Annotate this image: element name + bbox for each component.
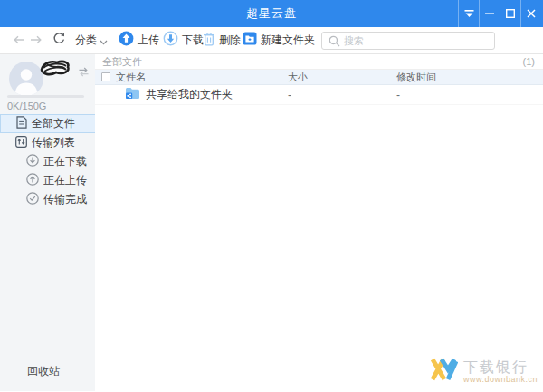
delete-button[interactable]: 删除 — [203, 27, 241, 53]
sidebar-item-label: 全部文件 — [32, 116, 75, 131]
upload-button[interactable]: 上传 — [119, 27, 159, 53]
sidebar-item-label: 正在上传 — [43, 173, 87, 188]
upload-label: 上传 — [138, 33, 159, 48]
new-folder-button[interactable]: 新建文件夹 — [243, 27, 315, 53]
skin-menu-icon — [464, 5, 474, 22]
shared-folder-icon — [125, 87, 140, 102]
search-icon — [329, 35, 340, 47]
upload-icon — [119, 31, 134, 50]
search-box — [321, 32, 495, 50]
column-header-modified: 修改时间 — [394, 71, 543, 84]
close-button[interactable] — [520, 0, 541, 27]
downbank-logo-icon — [431, 357, 458, 386]
trash-icon — [203, 32, 215, 50]
forward-icon — [30, 33, 43, 49]
refresh-icon — [52, 32, 66, 49]
category-dropdown[interactable]: 分类 — [75, 27, 108, 53]
chevron-down-icon — [100, 33, 108, 49]
back-button[interactable] — [13, 27, 25, 53]
titlebar: 超星云盘 — [0, 0, 543, 27]
download-button[interactable]: 下载 — [163, 27, 204, 53]
sidebar: 0K/150G 全部文件 传输列表 正在下载 — [0, 54, 95, 391]
storage-usage: 0K/150G — [7, 100, 46, 111]
delete-label: 删除 — [219, 33, 241, 48]
sidebar-item-recycle-bin[interactable]: 回收站 — [27, 364, 60, 379]
window-controls — [458, 0, 541, 27]
maximize-button[interactable] — [500, 0, 520, 27]
document-icon — [16, 116, 27, 131]
skin-menu-button[interactable] — [458, 0, 479, 27]
breadcrumb-bar: 全部文件 (1) — [95, 54, 543, 70]
file-size: - — [285, 89, 394, 101]
transfer-list-icon — [15, 136, 27, 150]
file-modified: - — [394, 89, 543, 101]
file-name: 共享给我的文件夹 — [146, 87, 233, 102]
sidebar-item-transfer-list[interactable]: 传输列表 — [0, 133, 95, 152]
app-window: 超星云盘 — [0, 0, 543, 392]
sidebar-item-label: 正在下载 — [43, 154, 87, 169]
download-label: 下载 — [182, 33, 204, 48]
main-content: 全部文件 (1) 文件名 大小 修改时间 — [95, 54, 543, 391]
search-input[interactable] — [344, 33, 494, 48]
column-header-size: 大小 — [285, 71, 394, 84]
minimize-button[interactable] — [479, 0, 500, 27]
column-header-name: 文件名 — [116, 71, 146, 84]
item-count: (1) — [523, 56, 535, 67]
back-icon — [13, 33, 25, 49]
breadcrumb: 全部文件 — [102, 55, 142, 69]
table-header: 文件名 大小 修改时间 — [95, 70, 543, 85]
watermark-url: www.downbank.cn — [463, 375, 538, 384]
toolbar: 分类 上传 下载 删除 新建文件夹 — [0, 27, 543, 54]
table-row[interactable]: 共享给我的文件夹 - - — [95, 85, 543, 105]
download-icon — [163, 31, 178, 50]
minimize-icon — [485, 5, 494, 22]
close-icon — [527, 5, 536, 22]
forward-button[interactable] — [30, 27, 43, 53]
sidebar-item-downloading[interactable]: 正在下载 — [0, 152, 95, 171]
sidebar-item-transfer-complete[interactable]: 传输完成 — [0, 190, 95, 209]
storage-progress-bar — [7, 95, 84, 98]
new-folder-label: 新建文件夹 — [261, 33, 315, 48]
redacted-username — [38, 59, 72, 82]
sidebar-item-uploading[interactable]: 正在上传 — [0, 171, 95, 190]
sidebar-item-label: 传输完成 — [43, 192, 87, 207]
sidebar-item-all-files[interactable]: 全部文件 — [0, 114, 95, 133]
watermark-title: 下载银行 — [463, 359, 529, 375]
check-circle-icon — [26, 192, 39, 207]
sidebar-item-label: 传输列表 — [32, 135, 75, 150]
refresh-button[interactable] — [52, 27, 66, 53]
maximize-icon — [506, 5, 515, 22]
category-label: 分类 — [75, 33, 97, 48]
user-block: 0K/150G — [0, 54, 95, 114]
new-folder-icon — [243, 32, 257, 49]
download-circle-icon — [26, 154, 39, 169]
switch-account-icon[interactable] — [78, 64, 90, 81]
select-all-checkbox[interactable] — [101, 72, 110, 81]
watermark: 下载银行 www.downbank.cn — [431, 357, 538, 386]
upload-circle-icon — [26, 173, 39, 188]
